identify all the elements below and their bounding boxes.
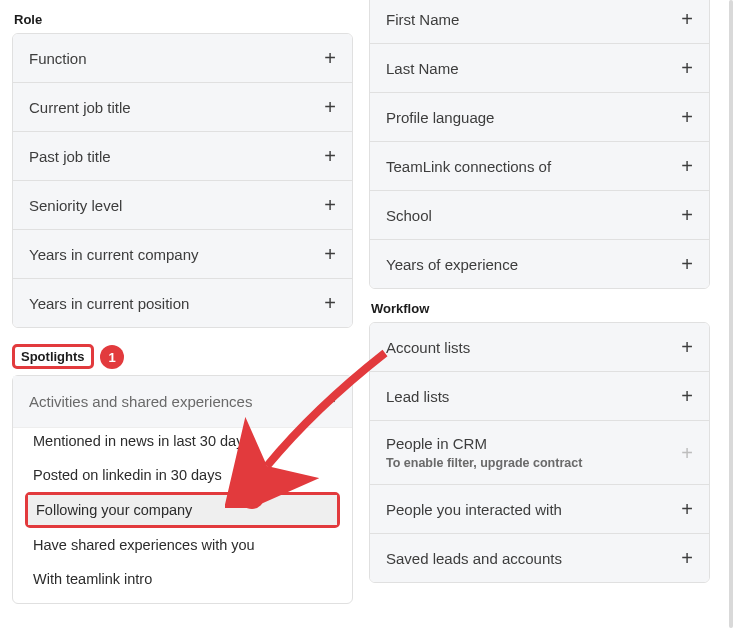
filter-function[interactable]: Function + bbox=[13, 34, 352, 83]
filter-profile-language[interactable]: Profile language + bbox=[370, 93, 709, 142]
option-posted-on-linkedin[interactable]: Posted on linkedin in 30 days bbox=[13, 458, 352, 492]
plus-icon: + bbox=[681, 337, 693, 357]
plus-icon: + bbox=[681, 386, 693, 406]
plus-icon: + bbox=[681, 499, 693, 519]
filter-label: Current job title bbox=[29, 99, 131, 116]
plus-icon: + bbox=[681, 58, 693, 78]
callout-badge-2: 2 bbox=[240, 485, 264, 509]
spotlights-dropdown: Activities and shared experiences − Ment… bbox=[12, 375, 353, 604]
plus-icon: + bbox=[681, 254, 693, 274]
option-following-your-company[interactable]: Following your company bbox=[28, 495, 337, 525]
highlight-following-your-company: Following your company bbox=[25, 492, 340, 528]
right-top-panel: First Name + Last Name + Profile languag… bbox=[369, 0, 710, 289]
filter-people-in-crm[interactable]: People in CRM To enable filter, upgrade … bbox=[370, 421, 709, 485]
spotlights-dropdown-header[interactable]: Activities and shared experiences − bbox=[13, 376, 352, 428]
callout-badge-1: 1 bbox=[100, 345, 124, 369]
plus-icon: + bbox=[324, 146, 336, 166]
filter-lead-lists[interactable]: Lead lists + bbox=[370, 372, 709, 421]
filter-current-job-title[interactable]: Current job title + bbox=[13, 83, 352, 132]
filter-teamlink-connections[interactable]: TeamLink connections of + bbox=[370, 142, 709, 191]
filter-label: Function bbox=[29, 50, 87, 67]
plus-icon: + bbox=[681, 9, 693, 29]
filter-label: First Name bbox=[386, 11, 459, 28]
dropdown-header-label: Activities and shared experiences bbox=[29, 393, 252, 410]
filter-label: Account lists bbox=[386, 339, 470, 356]
plus-icon: + bbox=[681, 205, 693, 225]
right-column: First Name + Last Name + Profile languag… bbox=[369, 0, 710, 628]
plus-icon: + bbox=[681, 548, 693, 568]
section-title-role: Role bbox=[14, 12, 353, 27]
plus-icon: + bbox=[324, 195, 336, 215]
plus-icon: + bbox=[324, 48, 336, 68]
option-mentioned-in-news[interactable]: Mentioned in news in last 30 days bbox=[13, 428, 352, 458]
filter-saved-leads-accounts[interactable]: Saved leads and accounts + bbox=[370, 534, 709, 582]
filter-label: People in CRM bbox=[386, 435, 582, 452]
left-column: Role Function + Current job title + Past… bbox=[12, 0, 353, 628]
filter-people-interacted[interactable]: People you interacted with + bbox=[370, 485, 709, 534]
filter-years-current-position[interactable]: Years in current position + bbox=[13, 279, 352, 327]
section-title-spotlights: Spotlights bbox=[12, 344, 94, 369]
filter-label: Profile language bbox=[386, 109, 494, 126]
filter-label: Years of experience bbox=[386, 256, 518, 273]
filter-label: Years in current company bbox=[29, 246, 199, 263]
filter-account-lists[interactable]: Account lists + bbox=[370, 323, 709, 372]
scrollbar[interactable] bbox=[729, 0, 733, 628]
filter-label: Past job title bbox=[29, 148, 111, 165]
filter-last-name[interactable]: Last Name + bbox=[370, 44, 709, 93]
filter-label: School bbox=[386, 207, 432, 224]
filter-seniority-level[interactable]: Seniority level + bbox=[13, 181, 352, 230]
filter-label: Last Name bbox=[386, 60, 459, 77]
filter-label: Seniority level bbox=[29, 197, 122, 214]
filter-label: Years in current position bbox=[29, 295, 189, 312]
filter-label: People you interacted with bbox=[386, 501, 562, 518]
section-title-workflow: Workflow bbox=[371, 301, 710, 316]
role-panel: Function + Current job title + Past job … bbox=[12, 33, 353, 328]
filter-years-experience[interactable]: Years of experience + bbox=[370, 240, 709, 288]
filter-label: Lead lists bbox=[386, 388, 449, 405]
filter-years-current-company[interactable]: Years in current company + bbox=[13, 230, 352, 279]
plus-icon: + bbox=[324, 97, 336, 117]
minus-icon: − bbox=[324, 390, 336, 413]
plus-icon: + bbox=[324, 293, 336, 313]
option-shared-experiences[interactable]: Have shared experiences with you bbox=[13, 528, 352, 562]
filter-first-name[interactable]: First Name + bbox=[370, 0, 709, 44]
filter-label: Saved leads and accounts bbox=[386, 550, 562, 567]
plus-icon: + bbox=[324, 244, 336, 264]
plus-icon: + bbox=[681, 107, 693, 127]
filter-subtext: To enable filter, upgrade contract bbox=[386, 456, 582, 470]
option-teamlink-intro[interactable]: With teamlink intro bbox=[13, 562, 352, 603]
filter-past-job-title[interactable]: Past job title + bbox=[13, 132, 352, 181]
plus-icon: + bbox=[681, 156, 693, 176]
workflow-panel: Account lists + Lead lists + People in C… bbox=[369, 322, 710, 583]
plus-icon: + bbox=[681, 443, 693, 463]
filter-label: TeamLink connections of bbox=[386, 158, 551, 175]
filter-school[interactable]: School + bbox=[370, 191, 709, 240]
